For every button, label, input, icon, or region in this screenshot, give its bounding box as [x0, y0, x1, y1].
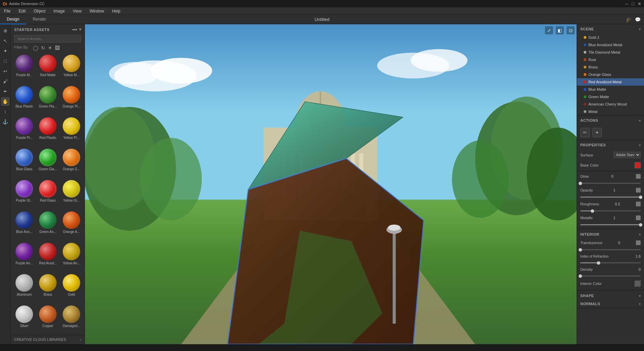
material-ball [39, 55, 57, 72]
material-item-orange-a[interactable]: Orange A... [61, 210, 82, 239]
scene-section-header[interactable]: SCENE ▾ [577, 24, 644, 34]
add-tool[interactable]: ⊕ [1, 26, 10, 35]
tab-render[interactable]: Render [26, 15, 53, 24]
material-item-yellow-an[interactable]: Yellow An... [61, 241, 82, 271]
density-slider-track[interactable] [580, 275, 641, 276]
material-item-purple-m[interactable]: Purple M... [13, 53, 35, 83]
material-label: Orange Pl... [61, 105, 82, 108]
material-item-blue-ano[interactable]: Blue Ano... [13, 210, 35, 239]
metallic-slider-track[interactable] [580, 224, 641, 225]
properties-section-header[interactable]: PROPERTIES ▾ [577, 140, 644, 150]
interior-header[interactable]: Interior ▾ [577, 230, 644, 238]
paint-tool[interactable]: 🖌 [1, 77, 10, 86]
rectangle-tool[interactable]: □ [1, 57, 10, 65]
assets-chevron-icon[interactable]: ▾ [79, 27, 81, 32]
normals-header[interactable]: Normals ▾ [577, 300, 644, 308]
material-item-orange-g[interactable]: Orange G... [61, 147, 82, 177]
canvas-area[interactable]: ⤢ ◧ ⊡ [85, 24, 577, 344]
material-item-purple-pl[interactable]: Purple Pl... [13, 116, 35, 145]
assets-more-icon[interactable]: ••• [72, 27, 77, 32]
eyedropper-action-button[interactable]: ✦ [592, 128, 602, 137]
material-item-purple-gl[interactable]: Purple Gl... [13, 179, 35, 208]
hand-tool[interactable]: ✋ [1, 97, 10, 106]
material-item-yellow-pl[interactable]: Yellow Pl... [61, 116, 82, 145]
camera-icon[interactable]: ⊡ [566, 26, 575, 34]
base-color-swatch[interactable] [635, 162, 641, 168]
anchor-tool[interactable]: ⚓ [1, 117, 10, 126]
undo-tool[interactable]: ↩ [1, 67, 10, 76]
filter-type-icon[interactable]: ↻ [41, 45, 45, 51]
material-label: Orange A... [61, 230, 82, 234]
cc-libraries-chevron[interactable]: ‹ [80, 338, 81, 342]
translucence-slider-track[interactable] [580, 249, 641, 250]
material-item-red-plastic[interactable]: Red Plastic [37, 116, 59, 145]
material-item-yellow-m[interactable]: Yellow M... [61, 53, 82, 83]
material-item-red-anod[interactable]: Red Anod... [37, 241, 59, 271]
menu-view[interactable]: View [71, 8, 83, 14]
menu-window[interactable]: Window [88, 8, 105, 14]
material-item-orange-pl[interactable]: Orange Pl... [61, 85, 82, 114]
eyedropper-tool[interactable]: ✒ [1, 87, 10, 96]
material-item-blue-plastic[interactable]: Blue Plastic [13, 85, 35, 114]
scene-item[interactable]: Brass [577, 63, 644, 71]
filter-light-icon[interactable]: ☀ [48, 45, 52, 51]
material-item-red-matte[interactable]: Red Matte [37, 53, 59, 83]
shape-header[interactable]: Shape ▾ [577, 292, 644, 300]
material-item-green-an[interactable]: Green An... [37, 210, 59, 239]
scene-item[interactable]: Green Matte [577, 93, 644, 100]
material-item-copper[interactable]: Copper [37, 304, 59, 333]
opacity-slider-track[interactable] [580, 197, 641, 198]
scene-item[interactable]: Red Anodized Metal [577, 78, 644, 86]
material-item-green-pla[interactable]: Green Pla... [37, 85, 59, 114]
material-item-damaged[interactable]: Damaged... [61, 304, 82, 333]
render-preview-icon[interactable]: ◧ [556, 26, 564, 34]
menu-image[interactable]: Image [52, 8, 66, 14]
material-item-gold[interactable]: Gold [61, 273, 82, 302]
share-icon[interactable]: 💬 [635, 17, 641, 22]
move-tool[interactable]: ↕ [1, 107, 10, 116]
learn-icon[interactable]: 🎓 [626, 17, 632, 22]
scene-item[interactable]: Rust [577, 56, 644, 63]
assets-header-controls[interactable]: ••• ▾ [72, 27, 81, 32]
filter-image-icon[interactable]: 🖼 [55, 45, 60, 51]
menu-edit[interactable]: Edit [17, 8, 27, 14]
interior-color-swatch[interactable] [635, 281, 641, 287]
surface-select[interactable]: Adobe Standard Material [614, 152, 641, 158]
actions-section-header[interactable]: ACTIONS ▾ [577, 116, 644, 125]
minimize-button[interactable]: ─ [625, 1, 628, 6]
material-item-purple-an[interactable]: Purple An... [13, 241, 35, 271]
menu-file[interactable]: File [3, 8, 12, 14]
menu-help[interactable]: Help [111, 8, 122, 14]
search-input[interactable] [14, 35, 81, 42]
title-bar-controls[interactable]: ─ □ ✕ [625, 1, 641, 6]
filter-all-icon[interactable]: ◯ [33, 45, 38, 51]
material-item-silver[interactable]: Silver [13, 304, 35, 333]
maximize-button[interactable]: □ [632, 1, 634, 6]
scene-item[interactable]: Orange Glass [577, 71, 644, 78]
material-ball [16, 117, 33, 135]
material-item-brass[interactable]: Brass [37, 273, 59, 302]
tab-design[interactable]: Design [0, 15, 26, 24]
scene-item[interactable]: Metal [577, 108, 644, 115]
ior-slider-track[interactable] [580, 262, 641, 263]
edit-action-button[interactable]: ✏ [580, 128, 590, 137]
select-tool[interactable]: ↖ [1, 36, 10, 45]
close-button[interactable]: ✕ [638, 1, 641, 6]
material-item-yellow-gl[interactable]: Yellow Gl... [61, 179, 82, 208]
fullscreen-icon[interactable]: ⤢ [545, 26, 553, 34]
material-item-red-glass[interactable]: Red Glass [37, 179, 59, 208]
scene-item[interactable]: American Cherry Wood [577, 100, 644, 108]
scene-item[interactable]: Gold 2 [577, 34, 644, 41]
roughness-slider-track[interactable] [580, 210, 641, 211]
material-item-aluminum[interactable]: Aluminum [13, 273, 35, 302]
scene-item[interactable]: Blue Anodized Metal [577, 41, 644, 49]
menu-object[interactable]: Object [32, 8, 47, 14]
scene-item[interactable]: Tile Diamond Metal [577, 49, 644, 56]
glow-slider-track[interactable] [580, 183, 641, 184]
svg-point-34 [388, 225, 400, 231]
cc-libraries[interactable]: CREATIVE CLOUD LIBRARIES ‹ [11, 335, 85, 344]
material-item-green-gla[interactable]: Green Gla... [37, 147, 59, 177]
material-item-blue-glass[interactable]: Blue Glass [13, 147, 35, 177]
scene-item[interactable]: Blue Matte [577, 86, 644, 93]
magic-tool[interactable]: ✦ [1, 47, 10, 55]
